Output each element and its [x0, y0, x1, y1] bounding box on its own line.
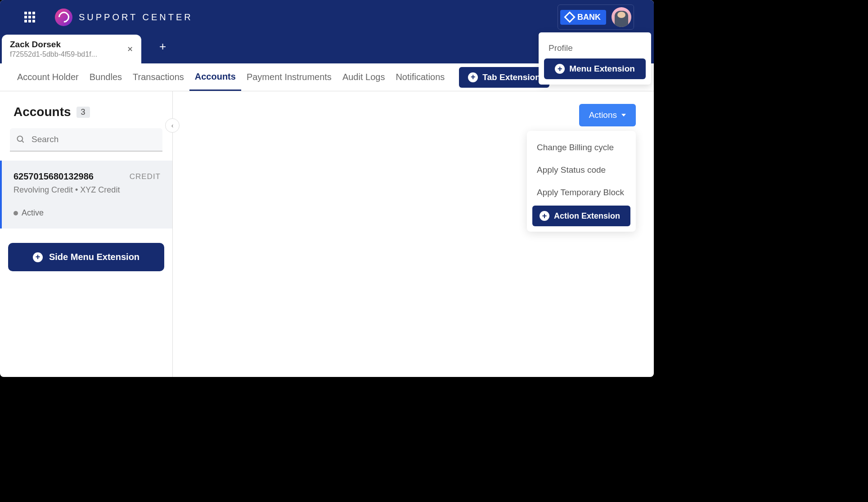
side-menu-extension-label: Side Menu Extension: [49, 252, 139, 262]
customer-tab[interactable]: Zack Dorsek f72552d1-5dbb-4f59-bd1f... +: [2, 35, 141, 63]
profile-dropdown: Profile + Menu Extension: [539, 32, 651, 85]
actions-button[interactable]: Actions: [579, 104, 636, 126]
svg-line-1: [22, 141, 24, 143]
nav-audit-logs[interactable]: Audit Logs: [337, 63, 391, 91]
main-content: Actions Change Billing cycle Apply Statu…: [173, 91, 654, 377]
nav-account-holder[interactable]: Account Holder: [12, 63, 84, 91]
tab-extension-button[interactable]: + Tab Extension: [459, 67, 549, 88]
account-description: Revolving Credit • XYZ Credit: [13, 185, 161, 195]
chevron-left-icon: ‹: [171, 122, 174, 129]
action-extension-button[interactable]: + Action Extension: [532, 206, 630, 226]
account-status: Active: [13, 208, 161, 218]
action-apply-status[interactable]: Apply Status code: [532, 159, 630, 181]
account-list-item[interactable]: 6257015680132986 CREDIT Revolving Credit…: [0, 161, 172, 229]
nav-notifications[interactable]: Notifications: [390, 63, 450, 91]
sidebar-title: Accounts: [13, 105, 71, 119]
account-number: 6257015680132986: [13, 171, 94, 182]
side-menu-extension-button[interactable]: + Side Menu Extension: [8, 243, 164, 271]
svg-point-0: [18, 136, 23, 142]
action-change-billing[interactable]: Change Billing cycle: [532, 136, 630, 159]
actions-dropdown: Change Billing cycle Apply Status code A…: [527, 131, 636, 232]
plus-circle-icon: +: [540, 211, 549, 221]
add-tab-button[interactable]: +: [159, 40, 166, 54]
search-icon: [16, 135, 25, 144]
tab-extension-label: Tab Extension: [482, 72, 540, 82]
app-title: SUPPORT CENTER: [79, 12, 193, 22]
menu-extension-label: Menu Extension: [569, 64, 635, 74]
avatar[interactable]: [612, 7, 631, 27]
menu-extension-button[interactable]: + Menu Extension: [544, 58, 646, 79]
plus-circle-icon: +: [468, 72, 478, 82]
logo-section: SUPPORT CENTER: [55, 9, 193, 26]
nav-payment-instruments[interactable]: Payment Instruments: [241, 63, 337, 91]
bank-badge[interactable]: BANK: [560, 10, 606, 25]
nav-bundles[interactable]: Bundles: [84, 63, 127, 91]
collapse-sidebar-button[interactable]: ‹: [165, 118, 180, 133]
bank-label: BANK: [577, 13, 601, 22]
status-label: Active: [22, 208, 44, 218]
apps-grid-icon[interactable]: [24, 12, 35, 22]
nav-transactions[interactable]: Transactions: [127, 63, 189, 91]
search-box[interactable]: [10, 128, 162, 152]
top-header: SUPPORT CENTER BANK: [0, 0, 654, 34]
sidebar: ‹ Accounts 3 6257015680132986 CREDIT Rev…: [0, 91, 173, 377]
header-right: BANK: [558, 4, 634, 30]
chevron-down-icon: [621, 114, 626, 117]
nav-accounts[interactable]: Accounts: [189, 63, 241, 91]
count-badge: 3: [76, 107, 90, 118]
actions-label: Actions: [589, 110, 617, 120]
diamond-icon: [564, 11, 575, 22]
status-dot-icon: [13, 211, 18, 215]
action-apply-block[interactable]: Apply Temporary Block: [532, 181, 630, 204]
account-type: CREDIT: [130, 172, 161, 181]
plus-circle-icon: +: [33, 252, 43, 262]
close-icon[interactable]: +: [123, 42, 137, 56]
logo-icon: [55, 9, 72, 26]
customer-id: f72552d1-5dbb-4f59-bd1f...: [10, 50, 123, 58]
search-input[interactable]: [31, 134, 156, 144]
customer-name: Zack Dorsek: [10, 40, 123, 49]
plus-circle-icon: +: [555, 64, 565, 74]
sidebar-header: Accounts 3: [0, 91, 172, 128]
profile-menu-item[interactable]: Profile: [544, 38, 646, 58]
action-extension-label: Action Extension: [554, 211, 620, 221]
